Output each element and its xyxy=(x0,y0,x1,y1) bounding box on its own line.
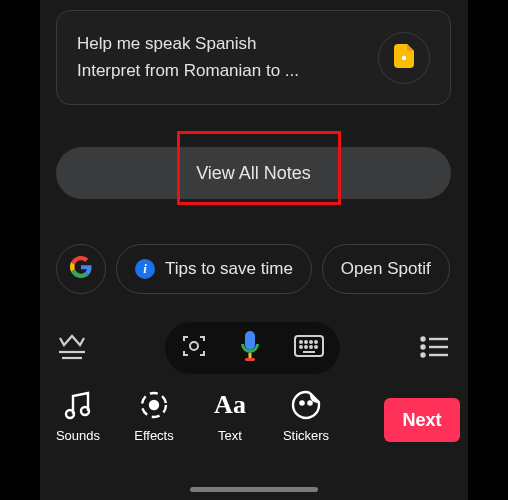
sounds-label: Sounds xyxy=(56,428,100,443)
svg-point-11 xyxy=(310,346,312,348)
svg-point-8 xyxy=(315,341,317,343)
sounds-action[interactable]: Sounds xyxy=(40,388,116,443)
stickers-action[interactable]: Stickers xyxy=(268,388,344,443)
text-aa-icon: Aa xyxy=(214,388,246,422)
tips-chip[interactable]: i Tips to save time xyxy=(116,244,312,294)
menu-list-icon[interactable] xyxy=(420,336,448,362)
svg-point-23 xyxy=(150,401,158,409)
svg-point-12 xyxy=(315,346,317,348)
svg-point-0 xyxy=(402,55,406,59)
svg-point-21 xyxy=(81,407,89,415)
svg-point-9 xyxy=(300,346,302,348)
effects-label: Effects xyxy=(134,428,174,443)
info-icon: i xyxy=(135,259,155,279)
document-icon xyxy=(394,44,414,72)
lens-icon[interactable] xyxy=(181,333,207,363)
stickers-label: Stickers xyxy=(283,428,329,443)
view-all-notes-button[interactable]: View All Notes xyxy=(56,147,451,199)
svg-point-10 xyxy=(305,346,307,348)
keyboard-icon[interactable] xyxy=(294,335,324,361)
live-caption-icon[interactable] xyxy=(40,334,104,362)
svg-point-6 xyxy=(305,341,307,343)
tips-chip-label: Tips to save time xyxy=(165,259,293,279)
google-logo-icon xyxy=(70,256,92,283)
svg-point-25 xyxy=(308,401,311,404)
next-label: Next xyxy=(402,410,441,431)
effects-action[interactable]: Effects xyxy=(116,388,192,443)
svg-point-24 xyxy=(300,401,303,404)
note-line-1: Help me speak Spanish xyxy=(77,31,364,57)
open-spotify-label: Open Spotif xyxy=(341,259,431,279)
svg-point-18 xyxy=(422,354,425,357)
svg-rect-3 xyxy=(245,358,255,361)
svg-point-7 xyxy=(310,341,312,343)
svg-point-5 xyxy=(300,341,302,343)
assistant-toolbar xyxy=(40,316,468,380)
google-chip[interactable] xyxy=(56,244,106,294)
input-mode-pill xyxy=(165,322,340,374)
note-text: Help me speak Spanish Interpret from Rom… xyxy=(77,31,364,84)
next-button[interactable]: Next xyxy=(384,398,460,442)
suggestion-chips-row: i Tips to save time Open Spotif xyxy=(56,244,476,294)
view-all-label: View All Notes xyxy=(196,163,311,184)
svg-point-1 xyxy=(190,342,198,350)
music-note-icon xyxy=(62,388,94,422)
text-action[interactable]: Aa Text xyxy=(192,388,268,443)
open-spotify-chip[interactable]: Open Spotif xyxy=(322,244,450,294)
note-attachment[interactable] xyxy=(378,32,430,84)
note-line-2: Interpret from Romanian to ... xyxy=(77,58,364,84)
note-card[interactable]: Help me speak Spanish Interpret from Rom… xyxy=(56,10,451,105)
svg-point-16 xyxy=(422,346,425,349)
svg-point-14 xyxy=(422,338,425,341)
text-label: Text xyxy=(218,428,242,443)
app-surface: Help me speak Spanish Interpret from Rom… xyxy=(40,0,468,500)
home-indicator[interactable] xyxy=(190,487,318,492)
effects-icon xyxy=(138,388,170,422)
svg-point-20 xyxy=(66,410,74,418)
sticker-icon xyxy=(291,388,321,422)
mic-icon[interactable] xyxy=(239,331,261,365)
screenshot-stage: Help me speak Spanish Interpret from Rom… xyxy=(0,0,508,500)
